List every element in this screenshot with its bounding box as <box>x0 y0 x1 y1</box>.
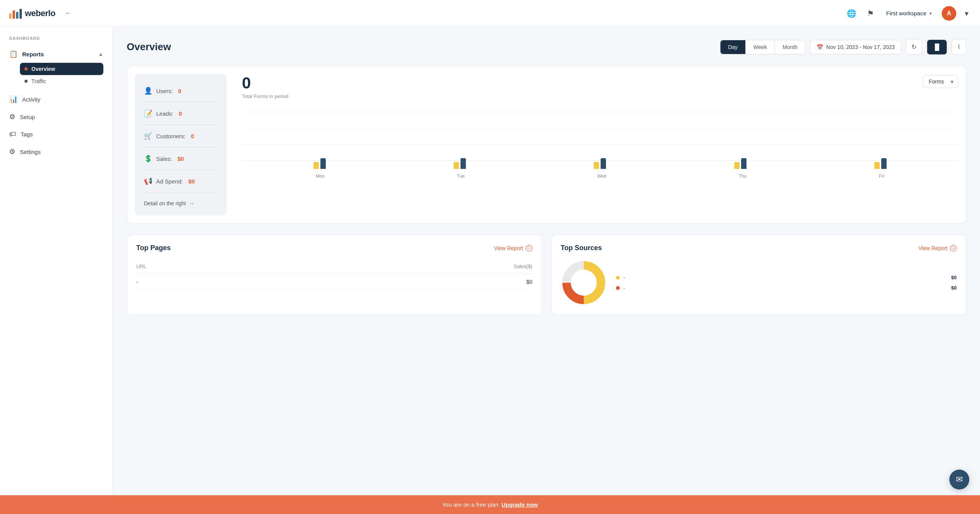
refresh-button[interactable]: ↻ <box>906 39 922 55</box>
adspend-label: Ad Spend: <box>156 178 183 185</box>
top-sources-view-report[interactable]: View Report ⓘ <box>918 245 957 252</box>
avatar[interactable]: A <box>942 6 956 21</box>
flag-icon-button[interactable]: ⚑ <box>865 7 876 20</box>
sidebar-traffic-label: Traffic <box>31 78 46 84</box>
page-title: Overview <box>127 41 171 53</box>
chart-bars-thu <box>734 115 746 169</box>
workspace-selector[interactable]: First workspace ▾ <box>882 8 936 19</box>
upgrade-link[interactable]: Upgrade now <box>501 501 538 508</box>
users-value: 0 <box>178 88 181 94</box>
chart-bar-fri-dark <box>881 158 887 169</box>
sidebar-item-tags[interactable]: 🏷 Tags <box>0 126 113 143</box>
stat-divider-4 <box>144 170 217 170</box>
chart-header: 0 Total Forms in period Forms <box>242 75 958 99</box>
back-button[interactable]: ← <box>62 8 75 19</box>
legend-label-2: - <box>624 285 947 291</box>
legend-value-1: $0 <box>951 275 957 280</box>
chart-day-tue <box>454 115 466 169</box>
detail-link[interactable]: Detail on the right → <box>144 196 217 206</box>
free-plan-message: You are on a free plan <box>442 501 498 508</box>
donut-legend: - $0 - $0 <box>616 275 957 291</box>
tags-icon: 🏷 <box>9 130 16 138</box>
topbar: weberlo ← 🌐 ⚑ First workspace ▾ A ▾ <box>0 0 980 27</box>
day-label-tue: Tue <box>457 174 465 179</box>
col-url-header: URL <box>136 264 402 269</box>
app-body: DASHBOARD 📋 Reports ▲ Overview Traffic 📊… <box>0 27 980 514</box>
donut-area: - $0 - $0 <box>561 260 957 306</box>
period-day-button[interactable]: Day <box>720 40 746 54</box>
sales-icon: 💲 <box>144 154 152 163</box>
chart-bar-mon-dark <box>320 158 326 169</box>
sidebar-item-overview[interactable]: Overview <box>20 63 103 75</box>
sales-label: Sales: <box>156 156 172 162</box>
chart-bars-fri <box>874 115 887 169</box>
chart-day-labels: Mon Tue Wed Thu Fri <box>242 169 958 180</box>
setup-icon: ⚙ <box>9 113 15 121</box>
overview-dot <box>24 67 28 70</box>
logo-bar-2 <box>13 10 15 19</box>
legend-value-2: $0 <box>951 285 957 291</box>
forms-select-wrap: Forms <box>923 75 958 88</box>
sidebar-reports-sub: Overview Traffic <box>0 63 113 90</box>
stat-leads: 📝 Leads: 0 <box>144 105 217 121</box>
sidebar-item-traffic[interactable]: Traffic <box>20 75 103 87</box>
chart-bar-wed-yellow <box>594 162 599 169</box>
logo-text: weberlo <box>25 8 56 18</box>
sidebar-item-reports[interactable]: 📋 Reports ▲ <box>0 45 113 63</box>
sidebar-overview-label: Overview <box>31 66 55 72</box>
chart-bar-thu-dark <box>741 158 746 169</box>
chart-line-button[interactable]: ⌇ <box>952 39 966 55</box>
top-sources-title: Top Sources <box>561 244 602 252</box>
overview-header: Overview Day Week Month 📅 Nov 10, 2023 -… <box>127 39 966 55</box>
workspace-name: First workspace <box>886 10 926 16</box>
chat-bubble[interactable]: ✉ <box>949 470 969 489</box>
user-menu-chevron[interactable]: ▾ <box>962 7 971 20</box>
chart-bar-thu-yellow <box>734 162 740 169</box>
logo: weberlo <box>9 8 56 19</box>
logo-bar-1 <box>9 13 11 19</box>
chart-bar-tue-dark <box>461 158 466 169</box>
users-label: Users: <box>156 88 173 94</box>
bottom-sections: Top Pages View Report ⓘ URL Sales($) - $… <box>127 234 966 315</box>
chart-bar-button[interactable]: ▐▌ <box>927 39 947 55</box>
stat-divider-2 <box>144 124 217 125</box>
chart-bars-mon <box>314 115 326 169</box>
top-pages-table-header: URL Sales($) <box>136 260 532 273</box>
forms-select[interactable]: Forms <box>923 75 958 88</box>
sidebar-item-activity[interactable]: 📊 Activity <box>0 90 113 108</box>
free-plan-banner: You are on a free plan Upgrade now <box>0 495 980 514</box>
chart-bar-mon-yellow <box>314 162 319 169</box>
leads-value: 0 <box>179 110 182 117</box>
chart-total: 0 <box>242 75 288 91</box>
legend-label-1: - <box>624 275 947 280</box>
chevron-down-icon: ▾ <box>929 11 932 16</box>
sales-value: $0 <box>178 156 184 162</box>
donut-chart <box>561 260 607 306</box>
day-label-thu: Thu <box>739 174 747 179</box>
globe-icon-button[interactable]: 🌐 <box>844 7 859 20</box>
topbar-left: weberlo ← <box>9 8 75 19</box>
period-week-button[interactable]: Week <box>746 40 775 54</box>
top-pages-title: Top Pages <box>136 244 171 252</box>
chart-area: 0 Total Forms in period Forms <box>234 66 966 223</box>
period-month-button[interactable]: Month <box>775 40 805 54</box>
traffic-dot <box>24 80 28 83</box>
stat-divider-3 <box>144 147 217 147</box>
chart-bar-tue-yellow <box>454 162 459 169</box>
chart-bar-fri-yellow <box>874 162 880 169</box>
sidebar-item-settings[interactable]: ⚙ Settings <box>0 143 113 160</box>
adspend-icon: 📢 <box>144 177 152 185</box>
date-range-button[interactable]: 📅 Nov 10, 2023 - Nov 17, 2023 <box>810 40 901 54</box>
view-report-icon: ⓘ <box>526 245 532 252</box>
top-pages-header: Top Pages View Report ⓘ <box>136 244 532 252</box>
legend-item-1: - $0 <box>616 275 957 280</box>
chart-day-fri <box>874 115 887 169</box>
stats-chart-card: 👤 Users: 0 📝 Leads: 0 🛒 Customers: <box>127 65 966 224</box>
view-report-icon-2: ⓘ <box>950 245 957 252</box>
logo-bar-4 <box>20 9 22 19</box>
detail-link-label: Detail on the right <box>144 200 186 206</box>
sidebar-item-setup[interactable]: ⚙ Setup <box>0 108 113 126</box>
top-pages-view-report[interactable]: View Report ⓘ <box>494 245 532 252</box>
header-controls: Day Week Month 📅 Nov 10, 2023 - Nov 17, … <box>720 39 966 55</box>
reports-icon: 📋 <box>9 50 18 58</box>
